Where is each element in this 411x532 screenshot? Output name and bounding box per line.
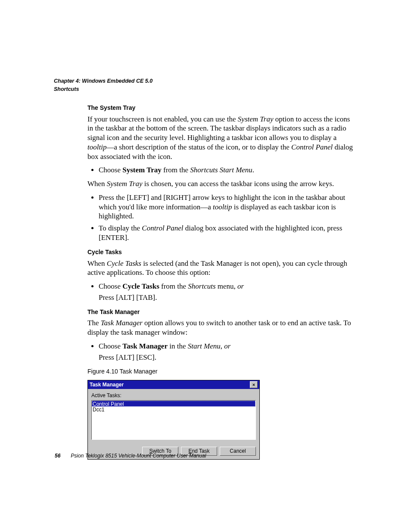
heading-task-manager: The Task Manager [87,308,357,316]
heading-cycle-tasks: Cycle Tasks [87,249,357,256]
active-tasks-label: Active Tasks: [91,392,256,399]
active-tasks-list[interactable]: Control Panel Dcc1 [91,400,256,440]
para-cycle-tasks-1: When Cycle Tasks is selected (and the Ta… [87,259,357,278]
list-item: To display the Control Panel dialog box … [99,224,357,243]
list-task-manager: Choose Task Manager in the Start Menu, o… [87,342,357,362]
para-system-tray-1: If your touchscreen is not enabled, you … [87,115,357,162]
page-content: Chapter 4: Windows Embedded CE 5.0 Short… [0,0,411,460]
para-system-tray-2: When System Tray is chosen, you can acce… [87,179,357,189]
list-cycle-tasks: Choose Cycle Tasks from the Shortcuts me… [87,282,357,302]
list-item: Choose Cycle Tasks from the Shortcuts me… [99,282,357,302]
close-icon[interactable]: × [250,381,258,388]
page-number: 56 [55,453,60,459]
list-item[interactable]: Control Panel [92,401,255,407]
list-item[interactable]: Dcc1 [92,407,255,413]
header-section: Shortcuts [54,86,357,93]
header-chapter: Chapter 4: Windows Embedded CE 5.0 [54,78,357,85]
list-item: Choose Task Manager in the Start Menu, o… [99,342,357,362]
para-task-manager-1: The Task Manager option allows you to sw… [87,318,357,337]
list-item: Choose System Tray from the Shortcuts St… [99,165,357,175]
list-item: Press the [LEFT] and [RIGHT] arrow keys … [99,193,357,221]
dialog-title-text: Task Manager [90,382,124,388]
page-footer: 56Psion Teklogix 8515 Vehicle-Mount Comp… [55,453,206,459]
body-content: The System Tray If your touchscreen is n… [87,104,357,460]
list-system-tray-2: Press the [LEFT] and [RIGHT] arrow keys … [87,193,357,243]
list-system-tray-1: Choose System Tray from the Shortcuts St… [87,165,357,175]
heading-system-tray: The System Tray [87,104,357,112]
dialog-body: Active Tasks: Control Panel Dcc1 [88,389,259,443]
dialog-titlebar[interactable]: Task Manager × [88,380,259,389]
footer-text: Psion Teklogix 8515 Vehicle-Mount Comput… [71,453,206,459]
cancel-button[interactable]: Cancel [220,447,256,456]
figure-caption: Figure 4.10 Task Manager [87,368,357,376]
task-manager-dialog: Task Manager × Active Tasks: Control Pan… [87,380,260,460]
